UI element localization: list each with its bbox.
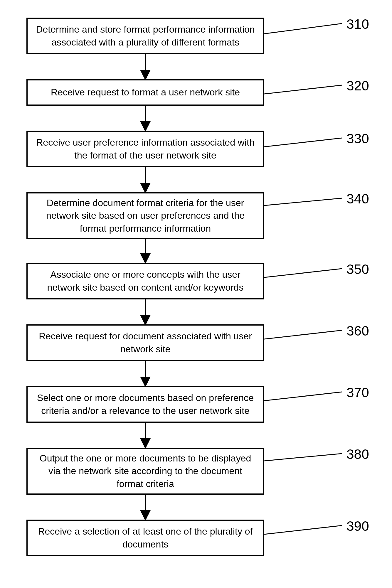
step-box-340: Determine document format criteria for t… <box>26 192 264 239</box>
svg-line-10 <box>264 138 342 147</box>
step-box-370: Select one or more documents based on pr… <box>26 386 264 423</box>
svg-line-14 <box>264 392 342 401</box>
step-text: Associate one or more concepts with the … <box>36 268 255 294</box>
step-text: Receive a selection of at least one of t… <box>36 525 255 550</box>
step-ref-370: 370 <box>346 385 369 400</box>
svg-line-9 <box>264 85 342 94</box>
step-ref-350: 350 <box>346 261 369 277</box>
step-ref-310: 310 <box>346 16 369 32</box>
svg-line-16 <box>264 525 342 534</box>
step-box-320: Receive request to format a user network… <box>26 79 264 106</box>
step-text: Determine and store format performance i… <box>36 23 255 48</box>
step-ref-390: 390 <box>346 518 369 534</box>
step-box-350: Associate one or more concepts with the … <box>26 263 264 299</box>
step-text: Determine document format criteria for t… <box>36 197 255 235</box>
step-box-360: Receive request for document associated … <box>26 324 264 361</box>
step-box-380: Output the one or more documents to be d… <box>26 448 264 495</box>
svg-line-8 <box>264 23 342 34</box>
step-ref-330: 330 <box>346 131 369 146</box>
step-box-330: Receive user preference information asso… <box>26 131 264 167</box>
svg-line-13 <box>264 330 342 339</box>
flowchart-canvas: Determine and store format performance i… <box>0 0 392 588</box>
step-text: Output the one or more documents to be d… <box>36 452 255 490</box>
svg-line-15 <box>264 454 342 461</box>
step-text: Receive user preference information asso… <box>36 136 255 161</box>
step-box-390: Receive a selection of at least one of t… <box>26 520 264 556</box>
step-ref-360: 360 <box>346 323 369 339</box>
step-text: Receive request for document associated … <box>36 330 255 355</box>
svg-line-12 <box>264 269 342 277</box>
step-ref-320: 320 <box>346 78 369 94</box>
svg-line-11 <box>264 198 342 205</box>
step-text: Receive request to format a user network… <box>51 86 240 99</box>
step-ref-380: 380 <box>346 446 369 462</box>
step-text: Select one or more documents based on pr… <box>36 392 255 417</box>
step-box-310: Determine and store format performance i… <box>26 18 264 54</box>
step-ref-340: 340 <box>346 191 369 207</box>
